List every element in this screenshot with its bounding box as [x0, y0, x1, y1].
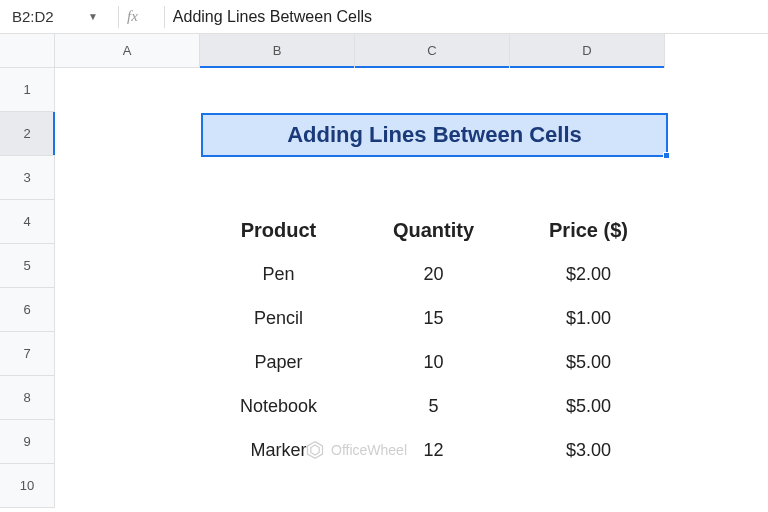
table-row: Marker 12 $3.00: [201, 428, 668, 472]
column-headers: A B C D: [55, 34, 768, 68]
row-header-9[interactable]: 9: [0, 420, 55, 464]
watermark-text: OfficeWheel: [331, 442, 407, 458]
chevron-down-icon[interactable]: ▼: [88, 11, 98, 22]
select-all-corner[interactable]: [0, 34, 55, 68]
row-header-8[interactable]: 8: [0, 376, 55, 420]
table-header-row: Product Quantity Price ($): [201, 208, 668, 252]
row-header-6[interactable]: 6: [0, 288, 55, 332]
fx-icon[interactable]: fx: [127, 8, 138, 25]
table-row: Paper 10 $5.00: [201, 340, 668, 384]
watermark: OfficeWheel: [305, 440, 407, 460]
selection-fill-handle[interactable]: [663, 152, 670, 159]
row-header-7[interactable]: 7: [0, 332, 55, 376]
cell-product[interactable]: Pen: [201, 264, 356, 285]
row-headers: 1 2 3 4 5 6 7 8 9 10: [0, 68, 55, 508]
row-header-2[interactable]: 2: [0, 112, 55, 156]
header-price[interactable]: Price ($): [511, 219, 666, 242]
svg-marker-1: [311, 445, 319, 455]
cell-product[interactable]: Pencil: [201, 308, 356, 329]
table-row: Pen 20 $2.00: [201, 252, 668, 296]
table-row: Notebook 5 $5.00: [201, 384, 668, 428]
name-box-value: B2:D2: [12, 8, 54, 25]
name-box[interactable]: B2:D2 ▼: [0, 8, 110, 25]
formula-input[interactable]: [173, 8, 768, 26]
cell-price[interactable]: $2.00: [511, 264, 666, 285]
cell-price[interactable]: $1.00: [511, 308, 666, 329]
formula-bar: B2:D2 ▼ fx: [0, 0, 768, 34]
merged-cell-title: Adding Lines Between Cells: [287, 122, 582, 148]
row-header-1[interactable]: 1: [0, 68, 55, 112]
table-row: Pencil 15 $1.00: [201, 296, 668, 340]
divider: [164, 6, 165, 28]
cell-product[interactable]: Notebook: [201, 396, 356, 417]
cell-quantity[interactable]: 15: [356, 308, 511, 329]
cell-product[interactable]: Paper: [201, 352, 356, 373]
row-header-4[interactable]: 4: [0, 200, 55, 244]
header-product[interactable]: Product: [201, 219, 356, 242]
row-header-3[interactable]: 3: [0, 156, 55, 200]
table-data: Product Quantity Price ($) Pen 20 $2.00 …: [201, 208, 668, 472]
cell-quantity[interactable]: 10: [356, 352, 511, 373]
col-header-d[interactable]: D: [510, 34, 665, 68]
cell-quantity[interactable]: 20: [356, 264, 511, 285]
row-header-5[interactable]: 5: [0, 244, 55, 288]
cell-price[interactable]: $3.00: [511, 440, 666, 461]
hexagon-icon: [305, 440, 325, 460]
cell-price[interactable]: $5.00: [511, 396, 666, 417]
header-quantity[interactable]: Quantity: [356, 219, 511, 242]
svg-marker-0: [308, 442, 323, 459]
divider: [118, 6, 119, 28]
cell-quantity[interactable]: 5: [356, 396, 511, 417]
cell-selection[interactable]: Adding Lines Between Cells: [201, 113, 668, 157]
col-header-a[interactable]: A: [55, 34, 200, 68]
col-header-c[interactable]: C: [355, 34, 510, 68]
row-header-10[interactable]: 10: [0, 464, 55, 508]
col-header-b[interactable]: B: [200, 34, 355, 68]
cells-area[interactable]: Adding Lines Between Cells Product Quant…: [55, 68, 768, 512]
cell-price[interactable]: $5.00: [511, 352, 666, 373]
